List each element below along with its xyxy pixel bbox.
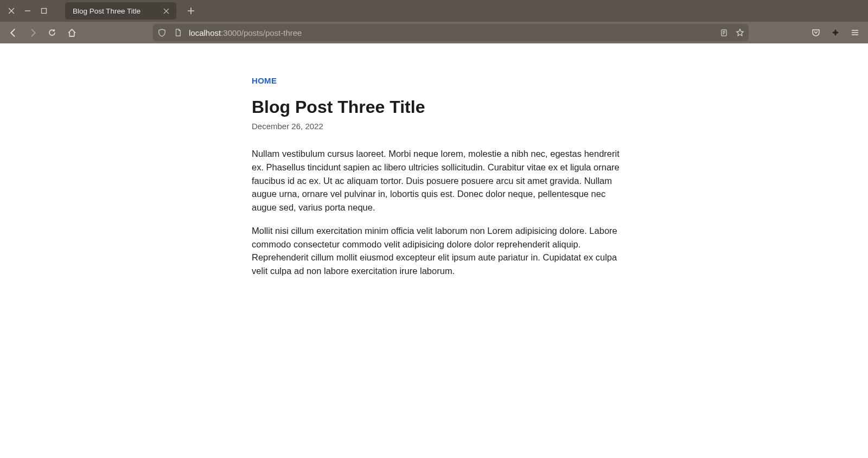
tab-title: Blog Post Three Title (73, 7, 141, 15)
nav-back-button[interactable] (4, 24, 22, 41)
post-paragraph: Mollit nisi cillum exercitation minim of… (252, 224, 621, 278)
page-icon (173, 29, 183, 36)
blog-post-article: HOME Blog Post Three Title December 26, … (252, 43, 621, 278)
app-menu-button[interactable] (846, 24, 864, 41)
window-close-button[interactable] (4, 4, 18, 18)
window-controls (4, 4, 51, 18)
post-date: December 26, 2022 (252, 122, 621, 131)
post-paragraph: Nullam vestibulum cursus laoreet. Morbi … (252, 147, 621, 214)
url-host: localhost (189, 28, 221, 37)
home-link[interactable]: HOME (252, 76, 277, 85)
window-maximize-button[interactable] (37, 4, 51, 18)
nav-reload-button[interactable] (43, 24, 61, 41)
save-to-pocket-icon[interactable] (807, 24, 825, 41)
new-tab-button[interactable] (183, 3, 199, 19)
post-body: Nullam vestibulum cursus laoreet. Morbi … (252, 147, 621, 278)
page-viewport[interactable]: HOME Blog Post Three Title December 26, … (0, 43, 868, 458)
svg-rect-0 (42, 9, 47, 14)
window-titlebar: Blog Post Three Title (0, 0, 868, 22)
window-minimize-button[interactable] (21, 4, 35, 18)
browser-toolbar: localhost:3000/posts/post-three (0, 22, 868, 43)
url-bar[interactable]: localhost:3000/posts/post-three (153, 24, 749, 41)
svg-point-2 (834, 31, 837, 34)
toolbar-right-cluster (807, 24, 864, 41)
nav-home-button[interactable] (63, 24, 80, 41)
bookmark-star-icon[interactable] (735, 28, 745, 37)
post-title: Blog Post Three Title (252, 97, 621, 117)
browser-tab[interactable]: Blog Post Three Title (65, 2, 176, 20)
shield-icon (156, 29, 167, 37)
url-text: localhost:3000/posts/post-three (189, 28, 713, 37)
tab-close-button[interactable] (161, 6, 171, 16)
extension-icon[interactable] (827, 24, 844, 41)
url-path: :3000/posts/post-three (221, 28, 302, 37)
reader-mode-icon[interactable] (718, 29, 729, 37)
nav-forward-button[interactable] (24, 24, 41, 41)
